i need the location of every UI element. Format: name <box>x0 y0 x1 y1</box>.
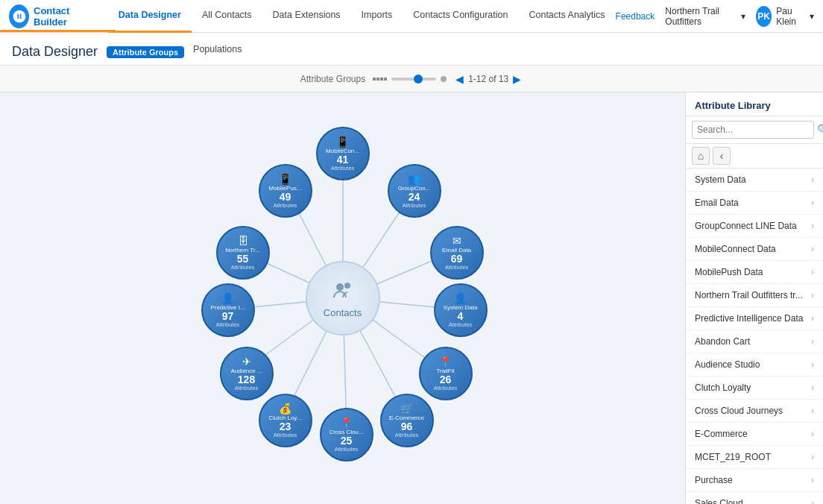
node-attr: Attributes <box>274 432 297 438</box>
nav-tabs: Data Designer All Contacts Data Extensio… <box>108 0 616 33</box>
node-count: 97 <box>222 311 234 321</box>
node-mobilepush[interactable]: 📱 MobilePus... 49 Attributes <box>259 164 312 218</box>
node-trailfit[interactable]: 📍 TrailFit 26 Attributes <box>419 347 473 400</box>
node-attr: Attributes <box>274 202 297 209</box>
node-count: 128 <box>238 374 255 385</box>
tab-data-extensions[interactable]: Data Extensions <box>262 0 351 33</box>
center-node[interactable]: Contacts <box>306 261 380 336</box>
chevron-right-icon: › <box>811 244 814 254</box>
node-predictive[interactable]: 👤 Predictive I... 97 Attributes <box>201 283 255 337</box>
feedback-link[interactable]: Feedback <box>616 11 655 22</box>
next-page-btn[interactable]: ▶ <box>511 73 523 85</box>
attr-search-input[interactable] <box>692 121 814 139</box>
node-mobilecon[interactable]: 📱 MobileCon... 41 Attributes <box>316 127 370 180</box>
chevron-right-icon: › <box>811 221 814 231</box>
attribute-library: Attribute Library 🔍 ⌂ ‹ System Data›Emai… <box>685 92 823 504</box>
attr-list-item[interactable]: Northern Trail Outfitters tr...› <box>686 284 823 307</box>
brand[interactable]: Contact Builder <box>9 4 95 28</box>
zoom-slider[interactable] <box>391 78 436 81</box>
tab-contacts-analytics[interactable]: Contacts Analytics <box>518 0 615 33</box>
node-groupcon[interactable]: 👥 GroupCon... 24 Attributes <box>388 164 441 218</box>
user-name: Pau Klein <box>776 6 805 27</box>
page-nav: ◀ 1-12 of 13 ▶ <box>454 73 523 85</box>
attr-list-item[interactable]: MCET_219_ROOT› <box>686 446 823 469</box>
node-crosscloud[interactable]: 📍 Cross Clou... 25 Attributes <box>320 408 373 462</box>
attr-list-item[interactable]: Audience Studio› <box>686 353 823 377</box>
node-emaildata[interactable]: ✉ Email Data 69 Attributes <box>430 226 484 280</box>
attr-list-item[interactable]: E-Commerce› <box>686 423 823 446</box>
node-count: 24 <box>409 192 420 202</box>
crosscloud-icon: 📍 <box>340 417 353 429</box>
attr-list-item[interactable]: Email Data› <box>686 192 823 215</box>
chevron-right-icon: › <box>811 313 814 324</box>
page-info: 1-12 of 13 <box>468 74 508 84</box>
app-name: Contact Builder <box>34 5 95 28</box>
node-systemdata[interactable]: 👤 System Data 4 Attributes <box>434 283 488 337</box>
chevron-right-icon: › <box>811 475 814 485</box>
tab-all-contacts[interactable]: All Contacts <box>192 0 262 33</box>
tab-contacts-config[interactable]: Contacts Configuration <box>403 0 518 33</box>
attr-nav: ⌂ ‹ <box>686 144 823 168</box>
mobilepush-icon: 📱 <box>279 173 291 185</box>
node-attr: Attributes <box>449 321 473 328</box>
trailfit-icon: 📍 <box>439 356 452 368</box>
top-navigation: Contact Builder Data Designer All Contac… <box>0 0 823 33</box>
attr-list-item[interactable]: GroupConnect LINE Data› <box>686 215 823 238</box>
node-northerntr[interactable]: 🗄 Northern Tr... 55 Attributes <box>216 226 270 280</box>
tab-data-designer[interactable]: Data Designer <box>108 0 192 33</box>
attr-list-item[interactable]: MobileConnect Data› <box>686 238 823 261</box>
main-content: Contacts 📱 MobileCon... 41 Attributes 👥 … <box>0 92 823 504</box>
page-title: Data Designer <box>12 44 98 60</box>
slider-container <box>373 76 447 82</box>
org-selector[interactable]: Northern Trail Outfitters ▾ <box>665 6 745 27</box>
attr-list-item[interactable]: MobilePush Data› <box>686 261 823 284</box>
attr-list-item[interactable]: System Data› <box>686 168 823 192</box>
nav-right: Feedback Northern Trail Outfitters ▾ PK … <box>616 6 814 27</box>
node-attr: Attributes <box>445 264 469 271</box>
node-count: 4 <box>458 311 464 321</box>
node-count: 96 <box>401 421 413 432</box>
attr-back-btn[interactable]: ‹ <box>713 147 731 165</box>
node-count: 55 <box>237 253 249 264</box>
search-icon[interactable]: 🔍 <box>817 124 823 136</box>
chevron-right-icon: › <box>811 336 814 347</box>
node-attr: Attributes <box>231 264 255 271</box>
node-attr: Attributes <box>395 432 419 438</box>
attr-list-item[interactable]: Abandon Cart› <box>686 330 823 353</box>
chevron-right-icon: › <box>811 452 814 462</box>
attr-library-title: Attribute Library <box>686 92 823 116</box>
node-clutchloy[interactable]: 💰 Clutch Loy... 23 Attributes <box>259 394 312 447</box>
node-count: 49 <box>280 192 291 202</box>
contacts-icon <box>331 278 355 307</box>
attr-list-item[interactable]: Predictive Intelligence Data› <box>686 307 823 330</box>
predictive-icon: 👤 <box>221 292 234 304</box>
user-menu[interactable]: PK Pau Klein ▾ <box>756 6 814 27</box>
attr-list-item[interactable]: Clutch Loyalty› <box>686 377 823 400</box>
node-count: 69 <box>451 253 463 264</box>
node-ecommerce[interactable]: 🛒 E-Commerce 96 Attributes <box>380 394 434 447</box>
svg-point-12 <box>336 283 344 291</box>
attr-home-btn[interactable]: ⌂ <box>692 147 710 165</box>
populations-link[interactable]: Populations <box>193 44 242 60</box>
attr-list-item[interactable]: Purchase› <box>686 469 823 492</box>
attr-list: System Data›Email Data›GroupConnect LINE… <box>686 168 823 504</box>
ecommerce-icon: 🛒 <box>400 403 413 415</box>
node-attr: Attributes <box>331 165 355 171</box>
attribute-groups-badge[interactable]: Attribute Groups <box>107 46 184 58</box>
attr-list-item[interactable]: Cross Cloud Journeys› <box>686 400 823 423</box>
network-diagram: Contacts 📱 MobileCon... 41 Attributes 👥 … <box>134 119 552 477</box>
attr-list-item[interactable]: Sales Cloud› <box>686 492 823 504</box>
node-audience[interactable]: ✈ Audience ... 128 Attributes <box>220 347 274 400</box>
grid-icon[interactable] <box>373 78 387 81</box>
node-attr: Attributes <box>216 321 240 328</box>
northerntr-icon: 🗄 <box>238 235 248 247</box>
chevron-right-icon: › <box>811 290 814 300</box>
prev-page-btn[interactable]: ◀ <box>454 73 465 85</box>
node-attr: Attributes <box>235 385 259 391</box>
node-count: 41 <box>337 154 349 165</box>
slider-dot <box>441 76 447 82</box>
user-avatar: PK <box>756 6 772 27</box>
chevron-right-icon: › <box>811 198 814 208</box>
tab-imports[interactable]: Imports <box>351 0 403 33</box>
chevron-right-icon: › <box>811 406 814 416</box>
